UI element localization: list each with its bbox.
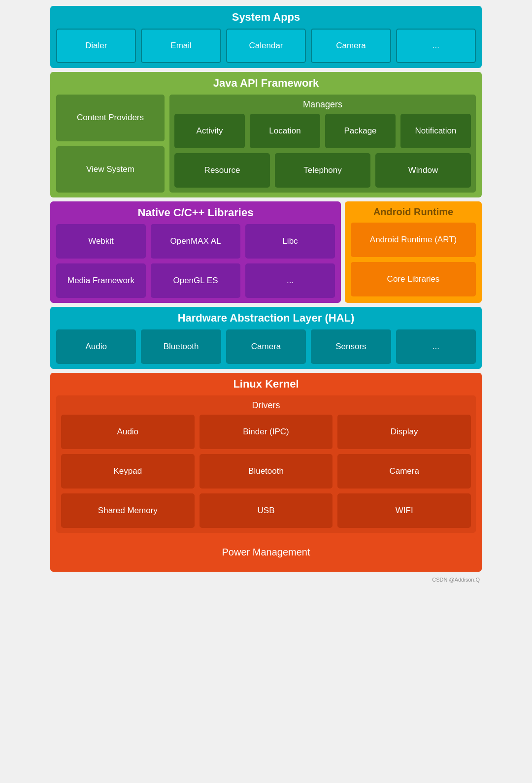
- list-item: Libc: [245, 224, 335, 259]
- list-item: Bluetooth: [141, 329, 221, 364]
- list-item: Camera: [311, 29, 391, 63]
- native-libs-layer: Native C/C++ Libraries Webkit OpenMAX AL…: [50, 201, 341, 303]
- native-libs-title: Native C/C++ Libraries: [56, 206, 335, 219]
- list-item: Webkit: [56, 224, 146, 259]
- drivers-box: Drivers Audio Binder (IPC) Display Keypa…: [56, 395, 476, 533]
- list-item: USB: [200, 493, 333, 528]
- android-runtime-title: Android Runtime: [351, 206, 476, 218]
- watermark: CSDN @Addison.Q: [50, 576, 482, 584]
- list-item: Core Libraries: [351, 262, 476, 296]
- list-item: Email: [141, 29, 221, 63]
- list-item: Notification: [400, 114, 471, 148]
- list-item: Camera: [337, 454, 471, 489]
- drivers-row3: Shared Memory USB WIFI: [61, 493, 471, 528]
- hal-title: Hardware Abstraction Layer (HAL): [56, 312, 476, 325]
- list-item: Sensors: [311, 329, 391, 364]
- view-system-box: View System: [56, 146, 165, 193]
- list-item: Media Framework: [56, 263, 146, 298]
- list-item: Location: [250, 114, 320, 148]
- list-item: Activity: [174, 114, 245, 148]
- list-item: Calendar: [226, 29, 306, 63]
- java-api-content: Content Providers View System Managers A…: [56, 95, 476, 193]
- list-item: Display: [337, 415, 471, 449]
- native-row2: Media Framework OpenGL ES ...: [56, 263, 335, 298]
- list-item: ...: [396, 29, 476, 63]
- native-row1: Webkit OpenMAX AL Libc: [56, 224, 335, 259]
- managers-row1: Activity Location Package Notification: [174, 114, 471, 148]
- managers-row2: Resource Telephony Window: [174, 153, 471, 188]
- hal-layer: Hardware Abstraction Layer (HAL) Audio B…: [50, 307, 482, 369]
- linux-kernel-title: Linux Kernel: [56, 378, 476, 391]
- hal-items: Audio Bluetooth Camera Sensors ...: [56, 329, 476, 364]
- list-item: Shared Memory: [61, 493, 195, 528]
- system-apps-items: Dialer Email Calendar Camera ...: [56, 29, 476, 63]
- drivers-title: Drivers: [61, 400, 471, 411]
- list-item: Resource: [174, 153, 270, 188]
- list-item: Bluetooth: [200, 454, 333, 489]
- list-item: OpenGL ES: [151, 263, 240, 298]
- list-item: Dialer: [56, 29, 136, 63]
- list-item: ...: [396, 329, 476, 364]
- system-apps-layer: System Apps Dialer Email Calendar Camera…: [50, 6, 482, 68]
- android-runtime-items: Android Runtime (ART) Core Libraries: [351, 223, 476, 296]
- linux-kernel-layer: Linux Kernel Drivers Audio Binder (IPC) …: [50, 373, 482, 572]
- java-api-left-col: Content Providers View System: [56, 95, 165, 193]
- drivers-row1: Audio Binder (IPC) Display: [61, 415, 471, 449]
- list-item: Window: [375, 153, 471, 188]
- managers-box: Managers Activity Location Package Notif…: [169, 95, 476, 193]
- list-item: WIFI: [337, 493, 471, 528]
- list-item: Package: [325, 114, 396, 148]
- list-item: Audio: [56, 329, 136, 364]
- list-item: Android Runtime (ART): [351, 223, 476, 257]
- content-providers-box: Content Providers: [56, 95, 165, 141]
- list-item: Binder (IPC): [200, 415, 333, 449]
- list-item: ...: [245, 263, 335, 298]
- list-item: Keypad: [61, 454, 195, 489]
- managers-title: Managers: [174, 99, 471, 110]
- native-runtime-row: Native C/C++ Libraries Webkit OpenMAX AL…: [50, 201, 482, 303]
- list-item: OpenMAX AL: [151, 224, 240, 259]
- java-api-layer: Java API Framework Content Providers Vie…: [50, 72, 482, 197]
- system-apps-title: System Apps: [56, 11, 476, 24]
- list-item: Audio: [61, 415, 195, 449]
- java-api-title: Java API Framework: [56, 77, 476, 90]
- drivers-row2: Keypad Bluetooth Camera: [61, 454, 471, 489]
- power-management-box: Power Management: [56, 538, 476, 567]
- android-runtime-layer: Android Runtime Android Runtime (ART) Co…: [345, 201, 482, 303]
- list-item: Camera: [226, 329, 306, 364]
- list-item: Telephony: [275, 153, 370, 188]
